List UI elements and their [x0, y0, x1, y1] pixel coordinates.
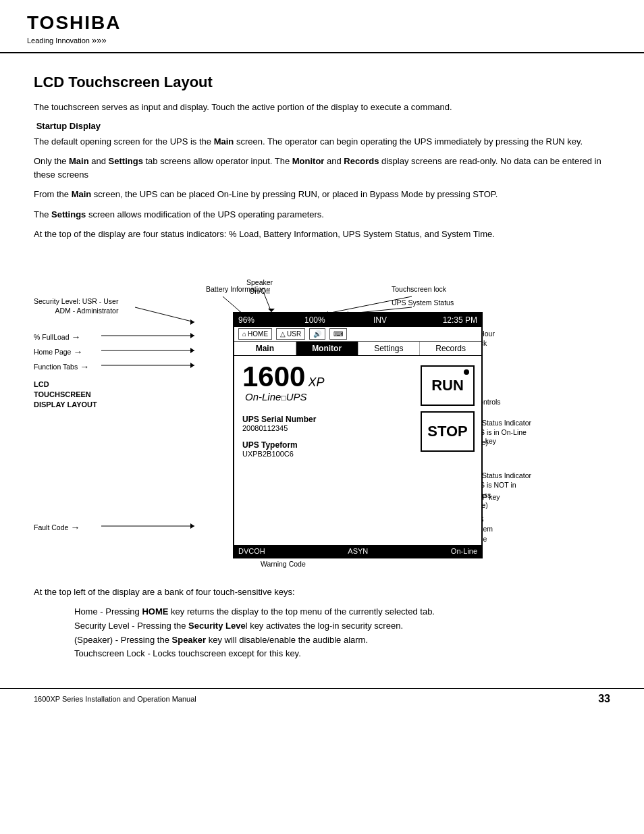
callout-pct-full-load: % FullLoad → [34, 332, 81, 342]
usr-icon-box: △ USR [276, 328, 305, 340]
run-label: RUN [431, 377, 464, 394]
run-button[interactable]: RUN [421, 365, 475, 406]
keyboard-icon: ⌨ [333, 330, 343, 338]
callout-touchscreen-lock: Touchscreen lock [392, 285, 446, 294]
lcd-layout-label: LCD TOUCHSCREENDISPLAY LAYOUT [34, 380, 101, 411]
stop-label: STOP [427, 423, 468, 440]
tab-settings[interactable]: Settings [358, 342, 421, 355]
callout-speaker: SpeakerOn/Off [246, 278, 273, 296]
intro-paragraph: The touchscreen serves as input and disp… [34, 101, 610, 114]
page-footer: 1600XP Series Installation and Operation… [0, 688, 644, 709]
para2: Only the Main and Settings tab screens a… [34, 155, 610, 181]
home-label: HOME [248, 330, 268, 338]
inv-status: INV [373, 315, 392, 325]
battery-pct: 100% [304, 315, 329, 325]
para1: The default opening screen for the UPS i… [34, 135, 610, 149]
manual-name: 1600XP Series Installation and Operation… [34, 695, 196, 703]
lcd-display: 96% 100% INV 12:35 PM ⌂ HOME △ USR 🔊 [233, 312, 483, 558]
para4: The Settings screen allows modification … [34, 208, 610, 221]
svg-line-0 [135, 307, 194, 322]
page-header: TOSHIBA Leading Innovation »»» [0, 0, 644, 53]
svg-marker-11 [190, 333, 194, 338]
lcd-footer-bar: DVCOH ASYN On-Line [234, 545, 481, 557]
usr-icon: △ [280, 330, 286, 338]
lcd-controls: RUN STOP [421, 365, 475, 452]
bottom-list-item-3: (Speaker) - Pressing the Speaker key wil… [74, 633, 610, 648]
home-icon-box: ⌂ HOME [238, 328, 272, 340]
tab-main[interactable]: Main [234, 342, 296, 355]
usr-label: USR [287, 330, 301, 338]
system-mode-value: On-Line [451, 547, 477, 555]
svg-marker-1 [190, 319, 194, 325]
logo-arrows: »»» [92, 35, 107, 45]
page-title: LCD Touchscreen Layout [34, 74, 610, 91]
callout-home-page: Home Page → [34, 346, 82, 357]
pct-load: 96% [238, 315, 260, 325]
bottom-list-item-4: Touchscreen Lock - Locks touchscreen exc… [74, 647, 610, 661]
tab-records[interactable]: Records [420, 342, 481, 355]
bottom-list-item-2: Security Level - Pressing the Security L… [74, 619, 610, 633]
svg-marker-29 [190, 523, 194, 529]
callout-fault-code: Fault Code → [34, 522, 80, 533]
svg-marker-13 [190, 348, 194, 353]
stop-button[interactable]: STOP [421, 411, 475, 452]
main-content: LCD Touchscreen Layout The touchscreen s… [0, 53, 644, 675]
bottom-list-item-1: Home - Pressing HOME key returns the dis… [74, 605, 610, 619]
lcd-status-bar: 96% 100% INV 12:35 PM [234, 313, 481, 327]
warning-code-value: ASYN [348, 547, 368, 555]
diagram-section: Battery Information SpeakerOn/Off Touchs… [34, 248, 540, 579]
logo-tagline: Leading Innovation »»» [27, 35, 617, 45]
speaker-icon: 🔊 [313, 330, 321, 338]
callout-warning-code: Warning Code [261, 560, 306, 568]
lcd-icon-bar: ⌂ HOME △ USR 🔊 ⌨ [234, 327, 481, 342]
system-time: 12:35 PM [437, 315, 477, 325]
fault-code-value: DVCOH [238, 547, 265, 555]
tab-monitor[interactable]: Monitor [296, 342, 358, 355]
model-number: 1600 [242, 361, 305, 392]
keyboard-icon-box: ⌨ [329, 328, 347, 340]
svg-marker-15 [190, 363, 194, 368]
bottom-list: Home - Pressing HOME key returns the dis… [74, 605, 610, 661]
model-sub: XP [308, 375, 324, 389]
callout-ups-system-status: UPS System Status [392, 298, 454, 308]
lcd-tabs: Main Monitor Settings Records [234, 342, 481, 356]
para5: At the top of the display are four statu… [34, 228, 610, 241]
speaker-icon-box: 🔊 [309, 328, 325, 340]
lcd-main-area: 1600XP On-Line□UPS UPS Serial Number 200… [234, 356, 481, 545]
startup-display-heading: Startup Display [34, 121, 610, 131]
callout-security-level: Security Level: USR - User ADM - Adminis… [34, 296, 118, 316]
callout-function-tabs: Function Tabs → [34, 361, 89, 372]
toshiba-logo: TOSHIBA [27, 12, 617, 34]
run-indicator-dot [464, 369, 469, 375]
para3: From the Main screen, the UPS can be pla… [34, 188, 610, 201]
bottom-paragraph: At the top left of the display are a ban… [34, 585, 610, 599]
home-icon: ⌂ [242, 330, 246, 338]
page-number: 33 [598, 693, 610, 705]
